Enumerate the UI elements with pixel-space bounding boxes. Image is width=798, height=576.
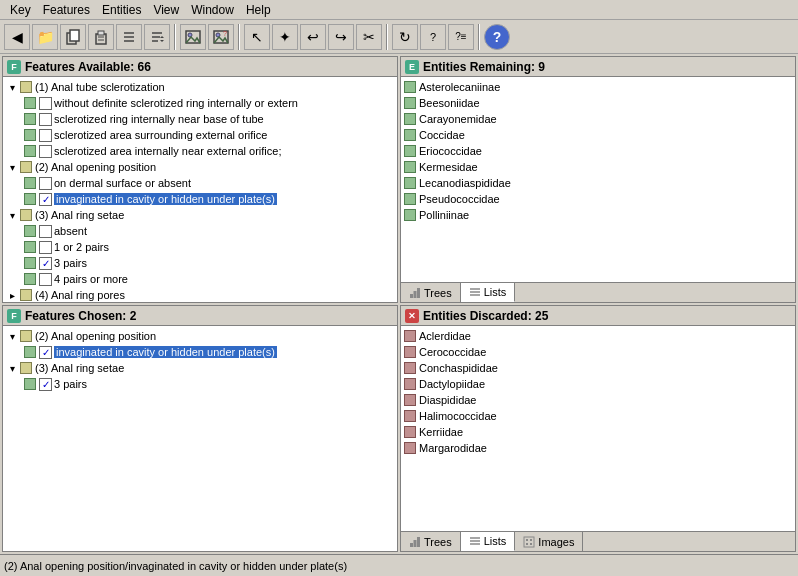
tree-expander[interactable]: ▸ (5, 288, 19, 302)
checkbox[interactable] (39, 97, 52, 110)
item-icon (403, 208, 417, 222)
item-icon (403, 441, 417, 455)
list-button[interactable] (116, 24, 142, 50)
item-icon (23, 377, 37, 391)
tree-item[interactable]: ▸(4) Anal ring pores (5, 287, 395, 302)
list-item[interactable]: Pseudococcidae (403, 191, 793, 207)
tree-item[interactable]: sclerotized area surrounding external or… (5, 127, 395, 143)
tree-item[interactable]: 4 pairs or more (5, 271, 395, 287)
tree-item[interactable]: ▾(2) Anal opening position (5, 159, 395, 175)
checkbox[interactable] (39, 193, 52, 206)
tree-expander[interactable]: ▾ (5, 160, 19, 174)
copy-button[interactable] (60, 24, 86, 50)
checkbox[interactable] (39, 273, 52, 286)
checkbox[interactable] (39, 145, 52, 158)
back-button[interactable]: ◀ (4, 24, 30, 50)
menu-view[interactable]: View (147, 1, 185, 19)
entities-discarded-icon: ✕ (405, 309, 419, 323)
tree-item[interactable]: absent (5, 223, 395, 239)
help3-button[interactable]: ? (484, 24, 510, 50)
list-item[interactable]: Dactylopiidae (403, 376, 793, 392)
tree-item[interactable]: 3 pairs (5, 255, 395, 271)
paste-button[interactable] (88, 24, 114, 50)
entities-discarded-images-tab[interactable]: Images (515, 532, 583, 551)
tree-item[interactable]: invaginated in cavity or hidden under pl… (5, 191, 395, 207)
menu-window[interactable]: Window (185, 1, 240, 19)
sort-button[interactable] (144, 24, 170, 50)
arrow-button[interactable]: ↖ (244, 24, 270, 50)
list-item[interactable]: Aclerdidae (403, 328, 793, 344)
tree-item[interactable]: sclerotized area internally near externa… (5, 143, 395, 159)
menu-key[interactable]: Key (4, 1, 37, 19)
item-icon (403, 409, 417, 423)
list-item[interactable]: Kermesidae (403, 159, 793, 175)
tree-expander[interactable]: ▾ (5, 361, 19, 375)
entities-discarded-content[interactable]: AclerdidaeCerococcidaeConchaspididaeDact… (401, 326, 795, 531)
list-item[interactable]: Coccidae (403, 127, 793, 143)
list-item[interactable]: Kerriidae (403, 424, 793, 440)
checkbox[interactable] (39, 257, 52, 270)
open-folder-button[interactable]: 📁 (32, 24, 58, 50)
help1-button[interactable]: ? (420, 24, 446, 50)
checkbox[interactable] (39, 378, 52, 391)
wand-button[interactable]: ✦ (272, 24, 298, 50)
tree-item[interactable]: ▾(1) Anal tube sclerotization (5, 79, 395, 95)
entities-remaining-content[interactable]: AsterolecaniinaeBeesoniidaeCarayonemidae… (401, 77, 795, 282)
refresh-button[interactable]: ↻ (392, 24, 418, 50)
tree-item[interactable]: 3 pairs (5, 376, 395, 392)
help2-button[interactable]: ?≡ (448, 24, 474, 50)
statusbar: (2) Anal opening position/invaginated in… (0, 554, 798, 576)
svg-rect-1 (70, 30, 79, 41)
tree-item[interactable]: ▾(3) Anal ring setae (5, 360, 395, 376)
list-item[interactable]: Cerococcidae (403, 344, 793, 360)
menu-entities[interactable]: Entities (96, 1, 147, 19)
discarded-entity-label: Diaspididae (419, 394, 476, 406)
checkbox[interactable] (39, 129, 52, 142)
list-item[interactable]: Diaspididae (403, 392, 793, 408)
checkbox[interactable] (39, 177, 52, 190)
list-item[interactable]: Beesoniidae (403, 95, 793, 111)
tree-item[interactable]: invaginated in cavity or hidden under pl… (5, 344, 395, 360)
back2-button[interactable]: ↩ (300, 24, 326, 50)
tree-expander[interactable]: ▾ (5, 208, 19, 222)
checkbox[interactable] (39, 225, 52, 238)
entities-discarded-lists-tab[interactable]: Lists (461, 532, 516, 551)
tree-item[interactable]: ▾(2) Anal opening position (5, 328, 395, 344)
features-available-header: F Features Available: 66 (3, 57, 397, 77)
entities-remaining-trees-tab[interactable]: Trees (401, 283, 461, 302)
item-icon (403, 192, 417, 206)
tree-item[interactable]: without definite sclerotized ring intern… (5, 95, 395, 111)
item-icon (403, 160, 417, 174)
forward-button[interactable]: ↪ (328, 24, 354, 50)
tree-expander[interactable]: ▾ (5, 80, 19, 94)
feature-label: 1 or 2 pairs (54, 241, 109, 253)
list-item[interactable]: Conchaspididae (403, 360, 793, 376)
list-item[interactable]: Lecanodiaspididae (403, 175, 793, 191)
list-item[interactable]: Eriococcidae (403, 143, 793, 159)
entities-remaining-lists-tab[interactable]: Lists (461, 283, 516, 302)
scissors-button[interactable]: ✂ (356, 24, 382, 50)
tree-item[interactable]: ▾(3) Anal ring setae (5, 207, 395, 223)
category-label: (2) Anal opening position (35, 330, 156, 342)
tree-item[interactable]: sclerotized ring internally near base of… (5, 111, 395, 127)
item-icon (403, 96, 417, 110)
list-item[interactable]: Margarodidae (403, 440, 793, 456)
item-icon (403, 112, 417, 126)
image2-button[interactable]: ? (208, 24, 234, 50)
image1-button[interactable] (180, 24, 206, 50)
tree-item[interactable]: 1 or 2 pairs (5, 239, 395, 255)
entities-discarded-trees-tab[interactable]: Trees (401, 532, 461, 551)
checkbox[interactable] (39, 113, 52, 126)
checkbox[interactable] (39, 346, 52, 359)
tree-item[interactable]: on dermal surface or absent (5, 175, 395, 191)
menu-help[interactable]: Help (240, 1, 277, 19)
list-item[interactable]: Carayonemidae (403, 111, 793, 127)
menu-features[interactable]: Features (37, 1, 96, 19)
features-available-content[interactable]: ▾(1) Anal tube sclerotizationwithout def… (3, 77, 397, 302)
tree-expander[interactable]: ▾ (5, 329, 19, 343)
list-item[interactable]: Halimococcidae (403, 408, 793, 424)
list-item[interactable]: Asterolecaniinae (403, 79, 793, 95)
list-item[interactable]: Polliniinae (403, 207, 793, 223)
checkbox[interactable] (39, 241, 52, 254)
features-chosen-content[interactable]: ▾(2) Anal opening positioninvaginated in… (3, 326, 397, 551)
